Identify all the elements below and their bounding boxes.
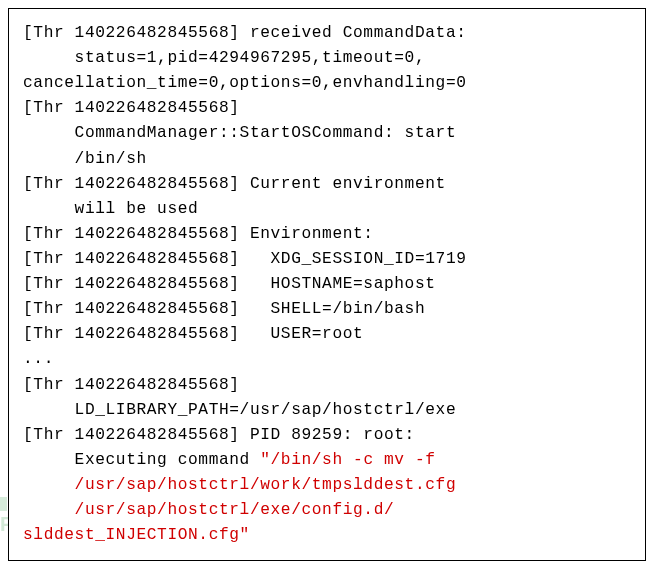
line-thread-prefix-2: [Thr 140226482845568] (23, 376, 240, 394)
log-output: [Thr 140226482845568] received CommandDa… (8, 8, 646, 561)
line-current-environment: [Thr 140226482845568] Current environmen… (23, 175, 446, 193)
line-status-pid-timeout: status=1,pid=4294967295,timeout=0, (23, 49, 425, 67)
line-env-shell: [Thr 140226482845568] SHELL=/bin/bash (23, 300, 425, 318)
line-env-hostname: [Thr 140226482845568] HOSTNAME=saphost (23, 275, 436, 293)
line-env-xdg-session-id: [Thr 140226482845568] XDG_SESSION_ID=171… (23, 250, 467, 268)
line-env-user: [Thr 140226482845568] USER=root (23, 325, 363, 343)
line-commandmanager-startoscommand: CommandManager::StartOSCommand: start (23, 124, 456, 142)
line-environment-header: [Thr 140226482845568] Environment: (23, 225, 374, 243)
line-bin-sh: /bin/sh (23, 150, 147, 168)
injected-command-line1: "/bin/sh -c mv -f (260, 451, 435, 469)
line-cancellation-options-envhandling: cancellation_time=0,options=0,envhandlin… (23, 74, 467, 92)
injected-command-line4: slddest_INJECTION.cfg" (23, 526, 250, 544)
injected-command-line3: /usr/sap/hostctrl/exe/config.d/ (23, 501, 394, 519)
line-thread-prefix: [Thr 140226482845568] (23, 99, 240, 117)
line-pid-root: [Thr 140226482845568] PID 89259: root: (23, 426, 415, 444)
line-received-commanddata: [Thr 140226482845568] received CommandDa… (23, 24, 467, 42)
line-executing-command: Executing command (23, 451, 260, 469)
injected-command-line2: /usr/sap/hostctrl/work/tmpslddest.cfg (23, 476, 456, 494)
line-ld-library-path: LD_LIBRARY_PATH=/usr/sap/hostctrl/exe (23, 401, 456, 419)
line-ellipsis: ... (23, 350, 54, 368)
line-will-be-used: will be used (23, 200, 198, 218)
